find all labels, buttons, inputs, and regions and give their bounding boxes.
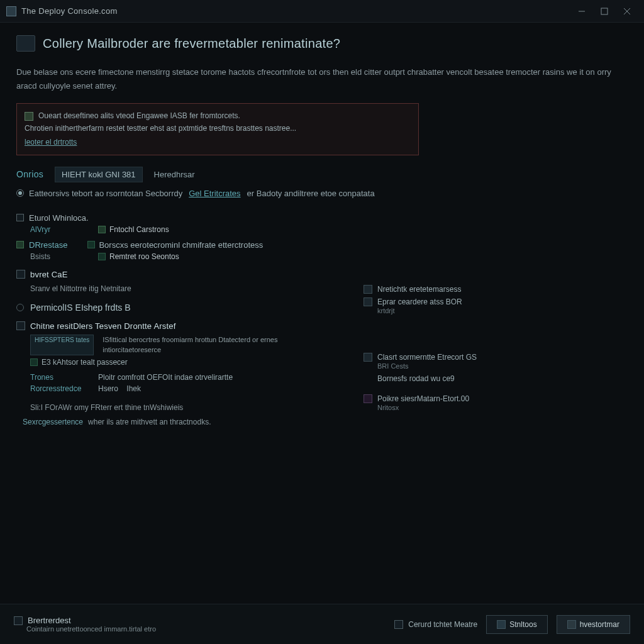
opt-bsists-key: Bsists	[30, 252, 87, 261]
section-radio[interactable]	[16, 304, 24, 311]
folder-icon	[364, 353, 372, 362]
trones-key: Trones	[30, 373, 87, 382]
r3-title[interactable]: Clasrt sormerntte Etrecort GS	[377, 353, 477, 362]
window-title: The Deploy Console.com	[21, 6, 570, 16]
opt-window-val: Fntochl Carstrons	[109, 225, 169, 234]
r1-title[interactable]: Nretichtk eretetemarsess	[377, 285, 461, 294]
opt-window-title: Eturol Whinloca.	[29, 213, 89, 223]
link-icon	[364, 285, 372, 294]
warning-panel: Oueart deseftineo alits vteod Engawee IA…	[16, 103, 419, 155]
rorcre-key: Rorcresstredce	[30, 384, 87, 393]
checkbox-window[interactable]	[16, 214, 24, 221]
svg-rect-1	[601, 8, 608, 14]
titlebar: The Deploy Console.com	[0, 0, 644, 23]
section-mode-tail: Heredhrsar	[154, 170, 195, 179]
r5-sub: Nritosx	[377, 404, 399, 411]
trones-val: Ploitr comfrott OEFOIt indae otrvelirart…	[98, 373, 233, 382]
primary-radio[interactable]	[16, 189, 24, 197]
warning-link[interactable]: leoter el drtrotts	[25, 138, 77, 147]
info-icon	[25, 112, 33, 121]
config-icon	[16, 321, 25, 330]
opt-bsists-val: Remtret roo Seontos	[109, 252, 179, 261]
app-icon	[6, 6, 16, 16]
restore-button[interactable]: hvestortmar	[557, 615, 630, 634]
config-pass-val: E3 kAhtsor tealt passecer	[42, 358, 128, 367]
opt-window-key: AlVryr	[30, 225, 87, 234]
plugin-icon	[364, 394, 372, 403]
page-icon	[16, 35, 35, 52]
toggle-icon[interactable]	[98, 226, 106, 233]
intro-text: Due belase ons ecere fimectone menstirrg…	[16, 65, 620, 93]
footer-icon	[14, 616, 23, 625]
r2-sub: krtdrjt	[377, 307, 395, 314]
rorcre-v2: Ihek	[126, 384, 141, 393]
radio-link[interactable]: Gel Etritcrates	[189, 189, 240, 198]
flag2-icon[interactable]	[98, 253, 106, 260]
footer-bar: Brertrerdest Cointairn unetrettoonced im…	[0, 604, 644, 644]
left-column: Eturol Whinloca. AlVryr Fntochl Carstron…	[16, 207, 338, 426]
sexrc-key[interactable]: Sexrcgessertence	[23, 418, 83, 426]
config-title: Chitne resitDlers Tesven Drontte Arstef	[30, 321, 176, 331]
opt-db-val: Borscxs eerotecrominl chmifrate etterctr…	[99, 240, 263, 250]
content-area: Collery Mailbroder are frevermetabler re…	[0, 23, 644, 604]
section-mode-badge[interactable]: HIEHT kokl GNI 381	[55, 167, 143, 182]
opt-db-title[interactable]: DRrestase	[29, 240, 67, 250]
footer-left-title: Brertrerdest	[28, 616, 71, 625]
config-tag[interactable]: HIFSSPTERS tates	[30, 335, 94, 355]
database-icon	[16, 241, 24, 248]
radio-text-b: er Badoty andiltrere etoe conpatata	[247, 189, 375, 198]
page-title: Collery Mailbroder are frevermetabler re…	[43, 36, 340, 51]
close-button[interactable]	[616, 4, 638, 19]
config-tail: Sli:I FOrAWr omy FRterr ert thine tnWshi…	[30, 402, 338, 414]
r3-sub: BRI Cests	[377, 362, 409, 370]
bvret-sub: Sranv el Nittotrre itig Netnitare	[30, 283, 338, 295]
radio-text-a: Eatteorsivs tebort ao rsorntotan Secborr…	[29, 189, 182, 198]
bvret-title: bvret CaE	[30, 270, 68, 279]
sexrc-val: wher ils atre mithvett an thractnodks.	[88, 418, 211, 426]
pass-icon[interactable]	[30, 358, 38, 366]
permissions-header: PermicolIS EIshep frdts B	[30, 303, 131, 313]
flag-icon[interactable]	[87, 241, 95, 248]
footer-mid-icon	[394, 620, 403, 629]
right-column: Nretichtk eretetemarsess Eprar ceardere …	[364, 207, 628, 426]
restore-icon	[567, 620, 576, 629]
minimize-button[interactable]	[571, 4, 592, 19]
r4-title[interactable]: Bornesfs rodad wu ce9	[377, 374, 455, 383]
rorcre-v1: Hsero	[98, 384, 118, 393]
config-desc: ISfittical berocrtres froomiarm hrottun …	[103, 335, 291, 355]
card-icon	[364, 297, 372, 306]
settings-button[interactable]: Stnltoos	[486, 615, 547, 634]
r5-title[interactable]: Poikre siesrMatarn-Etort.00	[377, 394, 469, 403]
gear-icon	[497, 620, 506, 629]
footer-left-sub: Cointairn unetrettoonced immarn.tirtal e…	[26, 625, 156, 633]
settings-label: Stnltoos	[509, 620, 536, 629]
restore-label: hvestortmar	[580, 620, 619, 629]
footer-mid-text: Cerurd tchtet Meatre	[408, 620, 477, 629]
section-tab-options[interactable]: Onrios	[16, 169, 43, 179]
warning-line-1: Oueart deseftineo alits vteod Engawee IA…	[38, 110, 240, 123]
doc-icon	[16, 270, 25, 279]
r2-title[interactable]: Eprar ceardere atss BOR	[377, 297, 462, 306]
warning-line-2: Chrotien inithertherfarm restet testter …	[25, 123, 411, 135]
maximize-button[interactable]	[594, 4, 615, 19]
